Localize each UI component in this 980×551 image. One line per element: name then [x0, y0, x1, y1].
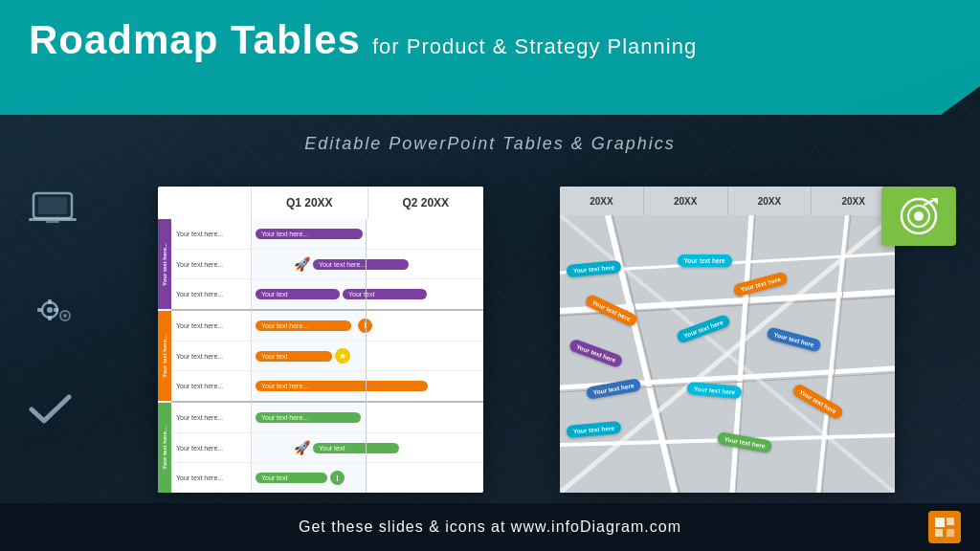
map-col-3: 20XX	[728, 187, 813, 215]
svg-rect-3	[46, 221, 59, 223]
svg-rect-32	[935, 518, 945, 527]
header-tagline: Editable PowerPoint Tables & Graphics	[0, 134, 980, 154]
gear-icon	[29, 291, 81, 335]
table-header: Q1 20XX Q2 20XX	[158, 187, 483, 219]
map-label-2: Your text here	[678, 254, 732, 267]
icons-column	[29, 191, 81, 431]
star-badge: ★	[335, 348, 350, 364]
content-row-9: Your text !	[252, 463, 483, 493]
svg-rect-2	[29, 218, 77, 221]
rocket-icon-1: 🚀	[294, 256, 310, 272]
map-col-1: 20XX	[560, 187, 644, 215]
svg-rect-8	[48, 299, 52, 304]
table-panel: Q1 20XX Q2 20XX Your text here... Your t…	[158, 187, 483, 493]
footer-text: Get these slides & icons at www.infoDiag…	[299, 518, 681, 536]
row-label-1: Your text here...	[171, 219, 252, 250]
svg-rect-35	[947, 529, 954, 537]
pill-9-1: Your text	[256, 473, 327, 483]
target-button[interactable]	[881, 187, 956, 246]
header-title-sub: for Product & Strategy Planning	[372, 34, 697, 59]
laptop-icon	[29, 191, 81, 233]
svg-point-29	[914, 211, 924, 221]
svg-point-5	[47, 307, 53, 313]
pill-3-2: Your text	[343, 289, 427, 299]
svg-rect-9	[48, 316, 52, 320]
content-row-7: Your text here...	[252, 403, 483, 433]
header-title: Roadmap Tables for Product & Strategy Pl…	[29, 17, 697, 63]
row-label-6: Your text here...	[171, 371, 252, 403]
svg-rect-10	[37, 308, 42, 312]
svg-rect-11	[54, 308, 58, 312]
pill-7-1: Your text here...	[256, 412, 361, 423]
content-row-2: 🚀 Your text here...	[252, 250, 483, 280]
content-row-6: Your text here...	[252, 371, 483, 403]
row-label-8: Your text here...	[171, 433, 252, 464]
content-row-5: Your text ★	[252, 342, 483, 372]
svg-point-7	[63, 314, 67, 318]
rocket-icon-2: 🚀	[294, 440, 310, 455]
map-header: 20XX 20XX 20XX 20XX	[560, 187, 895, 215]
footer-banner: Get these slides & icons at www.infoDiag…	[0, 503, 980, 551]
q2-header: Q2 20XX	[368, 187, 484, 219]
section-green-label: Your text here...	[162, 427, 167, 470]
map-col-2: 20XX	[644, 187, 728, 215]
tagline-text: Editable PowerPoint Tables & Graphics	[304, 134, 676, 153]
pill-2-2: Your text here...	[313, 259, 409, 270]
content-row-4: Your text here... !	[252, 311, 483, 342]
row-label-2: Your text here...	[171, 250, 252, 280]
pill-1-1: Your text here...	[256, 229, 363, 239]
header-content: Roadmap Tables for Product & Strategy Pl…	[29, 17, 697, 63]
svg-rect-34	[935, 529, 943, 537]
row-label-4: Your text here...	[171, 311, 252, 342]
map-body: Your text here Your text here Your text …	[560, 215, 895, 493]
section-orange-label: Your text here...	[162, 335, 167, 378]
row-label-9: Your text here...	[171, 463, 252, 493]
footer-logo	[928, 511, 961, 543]
pill-6-1: Your text here...	[256, 381, 428, 391]
row-label-7: Your text here...	[171, 403, 252, 433]
map-panel: 20XX 20XX 20XX 20XX Your te	[560, 187, 895, 493]
warning-badge-2: !	[330, 471, 345, 485]
content-row-8: 🚀 Your text	[252, 433, 483, 464]
pill-4-1: Your text here...	[256, 320, 351, 331]
section-purple-label: Your text here...	[162, 243, 167, 286]
content-row-1: Your text here...	[252, 219, 483, 250]
header-title-main: Roadmap Tables	[29, 17, 361, 63]
content-row-3: Your text Your text	[252, 279, 483, 311]
svg-rect-1	[38, 197, 67, 214]
row-label-3: Your text here...	[171, 279, 252, 311]
q1-header: Q1 20XX	[252, 187, 368, 219]
pill-5-1: Your text	[256, 351, 332, 362]
row-label-5: Your text here...	[171, 342, 252, 372]
pill-3-1: Your text	[256, 289, 340, 299]
pill-8-2: Your text	[313, 443, 399, 453]
checkmark-icon	[29, 392, 81, 431]
svg-rect-33	[947, 518, 954, 525]
